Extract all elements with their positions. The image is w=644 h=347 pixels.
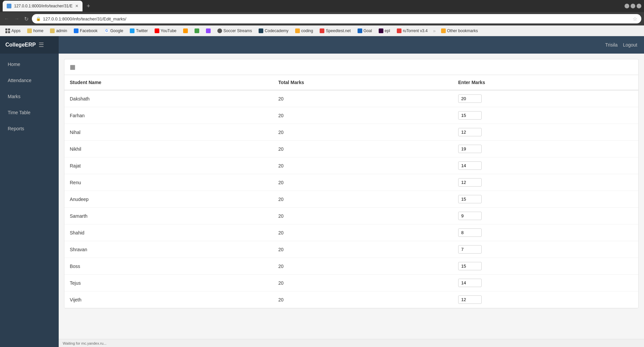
bookmark-coding[interactable]: coding [292, 28, 316, 34]
marks-input-field[interactable] [458, 295, 482, 304]
marks-input-field[interactable] [458, 228, 482, 237]
content-area: ▦ Student Name Total Marks Enter Marks D… [59, 54, 644, 339]
rutorrent-icon [397, 28, 401, 33]
tab-bar: 127.0.0.1:8000/info/teacher/31/E ✕ + [0, 0, 644, 12]
menu-toggle-icon[interactable]: ☰ [39, 41, 44, 49]
bookmark-youtube[interactable]: YouTube [152, 28, 179, 34]
nav-back-button[interactable]: ← [3, 16, 11, 22]
marks-input-field[interactable] [458, 128, 482, 136]
marks-input-field[interactable] [458, 279, 482, 287]
enter-marks-cell [453, 291, 638, 308]
twitch-icon [206, 28, 211, 33]
table-icon: ▦ [70, 64, 75, 70]
coding-folder-icon [295, 28, 300, 33]
bookmark-codecademy[interactable]: Codecademy [256, 28, 291, 34]
bookmarks-more[interactable]: » [432, 28, 437, 33]
sidebar-item-home[interactable]: Home [0, 56, 59, 72]
twitter-icon [130, 28, 135, 33]
student-name-cell: Tejus [64, 275, 273, 291]
marks-table: Student Name Total Marks Enter Marks Dak… [64, 75, 638, 308]
card-header: ▦ [64, 59, 638, 75]
bookmark-goal[interactable]: Goal [355, 28, 375, 34]
marks-input-field[interactable] [458, 161, 482, 170]
student-name-cell: Shravan [64, 241, 273, 258]
ext1-icon [195, 28, 199, 33]
tab-close-button[interactable]: ✕ [75, 4, 78, 8]
total-marks-cell: 20 [273, 258, 453, 275]
total-marks-cell: 20 [273, 241, 453, 258]
bookmark-twitter[interactable]: Twitter [127, 28, 150, 34]
bookmark-amazon[interactable] [180, 28, 191, 34]
bookmark-google[interactable]: G Google [102, 28, 126, 34]
tab-title: 127.0.0.1:8000/info/teacher/31/E [14, 4, 72, 8]
sidebar-item-reports[interactable]: Reports [0, 121, 59, 137]
main-layout: Trisila Logout ▦ Student Name Total Mark… [59, 36, 644, 347]
status-bar: Waiting for mc.yandex.ru... [59, 339, 644, 347]
marks-input-field[interactable] [458, 145, 482, 153]
bookmark-home[interactable]: home [24, 28, 46, 34]
sidebar-header: CollegeERP ☰ [0, 36, 59, 54]
marks-input-field[interactable] [458, 94, 482, 103]
student-name-cell: Boss [64, 258, 273, 275]
enter-marks-cell [453, 157, 638, 174]
marks-input-field[interactable] [458, 111, 482, 120]
close-window-button[interactable] [637, 4, 641, 8]
total-marks-cell: 20 [273, 124, 453, 141]
total-marks-cell: 20 [273, 191, 453, 208]
student-name-cell: Nihal [64, 124, 273, 141]
col-enter-marks: Enter Marks [453, 75, 638, 90]
new-tab-button[interactable]: + [84, 3, 93, 10]
logout-button[interactable]: Logout [623, 42, 637, 48]
address-bar[interactable]: 🔒 127.0.0.1:8000/info/teacher/31/Edit_ma… [32, 14, 641, 23]
enter-marks-cell [453, 191, 638, 208]
minimize-button[interactable] [625, 4, 629, 8]
bookmark-speedtest[interactable]: Speedtest.net [317, 28, 353, 34]
bookmark-admin[interactable]: admin [47, 28, 70, 34]
bookmark-other-label: Other bookmarks [447, 28, 478, 33]
student-name-cell: Renu [64, 174, 273, 191]
marks-input-field[interactable] [458, 245, 482, 254]
bookmark-rutorrent[interactable]: ruTorrent v3.4 [394, 28, 430, 34]
other-folder-icon [441, 28, 446, 33]
table-row: Dakshath20 [64, 90, 638, 107]
table-row: Farhan20 [64, 107, 638, 124]
sidebar-item-attendance[interactable]: Attendance [0, 72, 59, 88]
total-marks-cell: 20 [273, 157, 453, 174]
sidebar-item-timetable[interactable]: Time Table [0, 105, 59, 121]
table-row: Nihal20 [64, 124, 638, 141]
bookmark-speedtest-label: Speedtest.net [326, 28, 351, 33]
marks-input-field[interactable] [458, 195, 482, 203]
marks-input-field[interactable] [458, 262, 482, 270]
bookmark-epl[interactable]: epl [376, 28, 393, 34]
student-name-cell: Vijeth [64, 291, 273, 308]
col-student-name: Student Name [64, 75, 273, 90]
total-marks-cell: 20 [273, 291, 453, 308]
table-row: Boss20 [64, 258, 638, 275]
bookmark-coding-label: coding [301, 28, 313, 33]
bookmark-soccer[interactable]: Soccer Streams [215, 28, 255, 34]
enter-marks-cell [453, 90, 638, 107]
bookmark-facebook[interactable]: Facebook [71, 28, 100, 34]
bookmark-apps[interactable]: Apps [3, 28, 23, 34]
bookmark-other[interactable]: Other bookmarks [438, 28, 481, 34]
marks-card: ▦ Student Name Total Marks Enter Marks D… [64, 59, 639, 308]
nav-forward-button[interactable]: → [13, 16, 21, 22]
active-tab[interactable]: 127.0.0.1:8000/info/teacher/31/E ✕ [3, 1, 83, 11]
total-marks-cell: 20 [273, 224, 453, 241]
bookmark-star-icon[interactable]: ☆ [633, 16, 637, 22]
sidebar-item-marks[interactable]: Marks [0, 88, 59, 105]
bookmark-twitter-label: Twitter [136, 28, 148, 33]
total-marks-cell: 20 [273, 275, 453, 291]
marks-input-field[interactable] [458, 212, 482, 220]
window-controls [625, 4, 641, 8]
maximize-button[interactable] [631, 4, 635, 8]
nav-refresh-button[interactable]: ↻ [23, 16, 30, 22]
bookmark-ext1[interactable] [192, 28, 202, 34]
student-name-cell: Dakshath [64, 90, 273, 107]
bookmark-twitch[interactable] [203, 28, 213, 34]
table-row: Shahid20 [64, 224, 638, 241]
status-text: Waiting for mc.yandex.ru... [63, 341, 106, 345]
student-name-cell: Shahid [64, 224, 273, 241]
marks-input-field[interactable] [458, 178, 482, 187]
enter-marks-cell [453, 258, 638, 275]
